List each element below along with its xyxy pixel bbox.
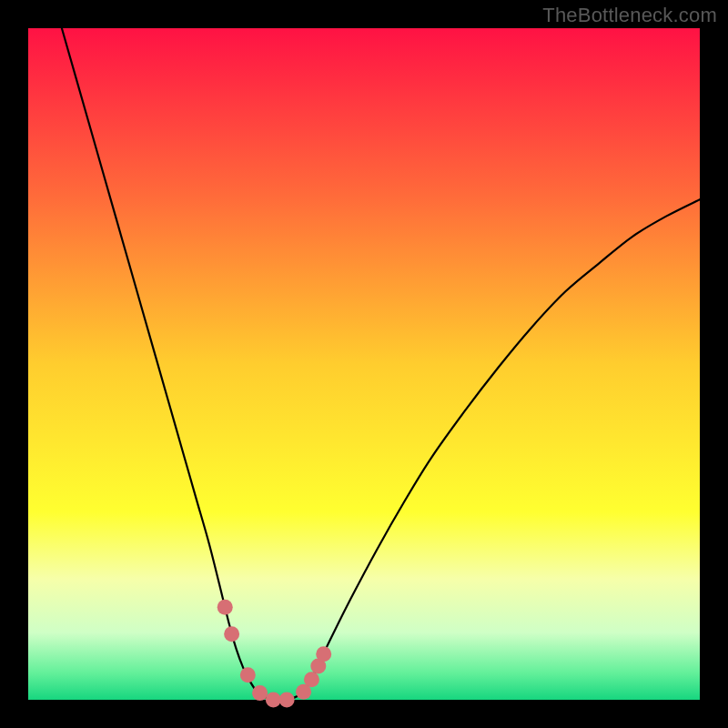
bottleneck-chart — [0, 0, 728, 728]
highlight-dot — [304, 672, 319, 687]
highlight-dot — [224, 626, 239, 642]
highlight-dot — [316, 646, 331, 662]
watermark-text: TheBottleneck.com — [542, 4, 717, 27]
highlight-dot — [266, 693, 281, 708]
highlight-dot — [217, 600, 233, 615]
highlight-dot — [279, 693, 295, 708]
highlight-dot — [252, 685, 268, 701]
plot-background — [28, 28, 700, 700]
chart-frame: TheBottleneck.com — [0, 0, 728, 728]
highlight-dot — [240, 667, 256, 682]
